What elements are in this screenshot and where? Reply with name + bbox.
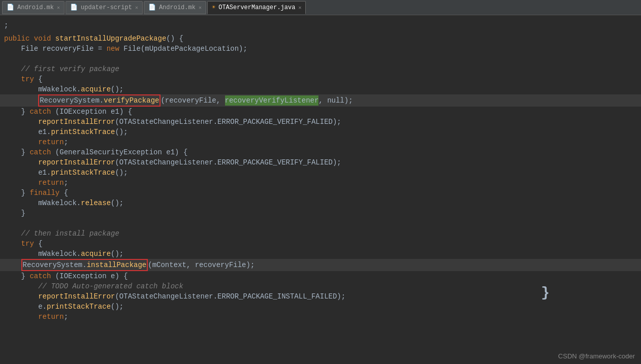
- line-method-decl: public void startInstallUpgradePackage()…: [0, 34, 641, 44]
- code-area: ; public void startInstallUpgradePackage…: [0, 15, 641, 326]
- tab-android-mk-1[interactable]: 📄 Android.mk ✕: [2, 1, 65, 14]
- line-install-package: RecoverySystem.installPackage(mContext, …: [0, 259, 641, 271]
- tab-close-2[interactable]: ✕: [135, 5, 138, 11]
- line-return-1: return;: [0, 137, 641, 147]
- line-print-stack-3: e.printStackTrace();: [0, 302, 641, 312]
- tab-ota-server-manager[interactable]: ☀ OTAServerManager.java ✕: [207, 1, 306, 14]
- line-wakelock-acquire-2: mWakelock.acquire();: [0, 249, 641, 259]
- tab-close-3[interactable]: ✕: [199, 5, 202, 11]
- line-print-stack-1: e1.printStackTrace();: [0, 127, 641, 137]
- line-comment-1: // first verify package: [0, 64, 641, 74]
- line-print-stack-2: e1.printStackTrace();: [0, 168, 641, 178]
- tab-label-2: updater-script: [81, 4, 132, 11]
- line-return-3: return;: [0, 312, 641, 322]
- line-finally: } finally {: [0, 188, 641, 198]
- tab-icon-3: 📄: [148, 4, 156, 11]
- line-catch-ioexception: } catch (IOException e1) {: [0, 107, 641, 117]
- tab-close-1[interactable]: ✕: [57, 5, 60, 11]
- tab-icon-1: 📄: [7, 4, 14, 11]
- tab-android-mk-2[interactable]: 📄 Android.mk ✕: [144, 1, 206, 14]
- line-wakelock-release: mWakelock.release();: [0, 198, 641, 208]
- line-semicolon: ;: [0, 19, 641, 34]
- tab-label-1: Android.mk: [17, 4, 54, 11]
- line-close-finally: }: [0, 208, 641, 218]
- line-comment-2: // then install package: [0, 228, 641, 239]
- tab-label-4: OTAServerManager.java: [218, 4, 295, 11]
- watermark: CSDN @framework-coder: [558, 352, 635, 360]
- line-return-2: return;: [0, 178, 641, 188]
- line-blank-2: [0, 218, 641, 228]
- line-verify-package: RecoverySystem.verifyPackage(recoveryFil…: [0, 94, 641, 107]
- tab-label-3: Android.mk: [159, 4, 196, 11]
- tab-updater-script[interactable]: 📄 updater-script ✕: [66, 1, 143, 14]
- line-wakelock-acquire-1: mWakelock.acquire();: [0, 84, 641, 94]
- line-file-decl: File recoveryFile = new File(mUpdatePack…: [0, 44, 641, 54]
- tab-icon-4: ☀: [212, 4, 215, 11]
- line-catch-general: } catch (GeneralSecurityException e1) {: [0, 147, 641, 157]
- tab-bar: 📄 Android.mk ✕ 📄 updater-script ✕ 📄 Andr…: [0, 0, 641, 15]
- line-report-error-1: reportInstallError(OTAStateChangeListene…: [0, 117, 641, 127]
- line-catch-ioexception-2: } catch (IOException e) {: [0, 271, 641, 281]
- tab-close-4[interactable]: ✕: [298, 5, 301, 11]
- closing-bracket: }: [541, 285, 550, 301]
- line-try-1: try {: [0, 74, 641, 84]
- tab-icon-2: 📄: [70, 4, 78, 11]
- line-blank-1: [0, 54, 641, 64]
- line-try-2: try {: [0, 239, 641, 249]
- line-report-error-2: reportInstallError(OTAStateChangeListene…: [0, 157, 641, 168]
